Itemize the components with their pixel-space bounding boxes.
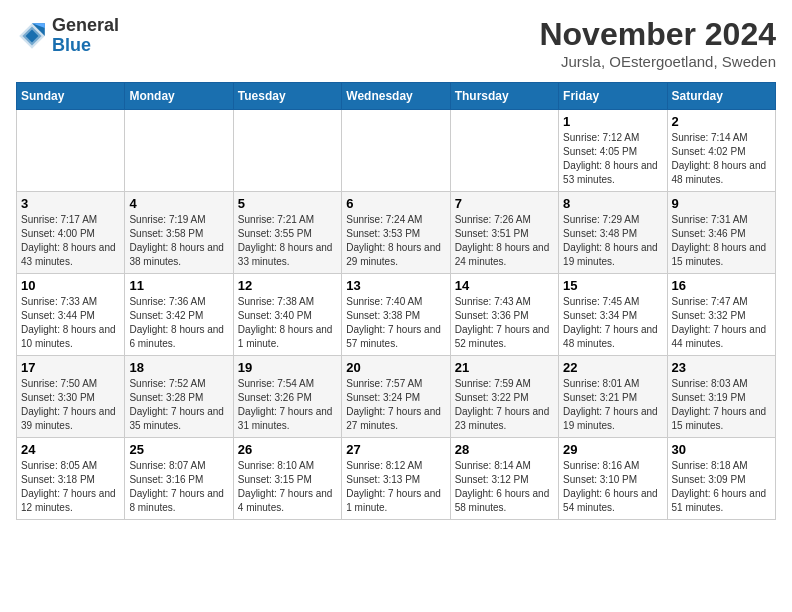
- day-info: Sunrise: 8:12 AM Sunset: 3:13 PM Dayligh…: [346, 459, 445, 515]
- day-number: 24: [21, 442, 120, 457]
- page-header: General Blue November 2024 Jursla, OEste…: [16, 16, 776, 70]
- day-number: 9: [672, 196, 771, 211]
- weekday-header-sunday: Sunday: [17, 83, 125, 110]
- day-number: 8: [563, 196, 662, 211]
- day-number: 4: [129, 196, 228, 211]
- day-info: Sunrise: 8:07 AM Sunset: 3:16 PM Dayligh…: [129, 459, 228, 515]
- day-info: Sunrise: 8:18 AM Sunset: 3:09 PM Dayligh…: [672, 459, 771, 515]
- calendar-cell: 3Sunrise: 7:17 AM Sunset: 4:00 PM Daylig…: [17, 192, 125, 274]
- calendar-cell: 8Sunrise: 7:29 AM Sunset: 3:48 PM Daylig…: [559, 192, 667, 274]
- day-info: Sunrise: 7:29 AM Sunset: 3:48 PM Dayligh…: [563, 213, 662, 269]
- day-info: Sunrise: 7:57 AM Sunset: 3:24 PM Dayligh…: [346, 377, 445, 433]
- day-info: Sunrise: 7:33 AM Sunset: 3:44 PM Dayligh…: [21, 295, 120, 351]
- day-info: Sunrise: 7:14 AM Sunset: 4:02 PM Dayligh…: [672, 131, 771, 187]
- day-number: 12: [238, 278, 337, 293]
- day-number: 2: [672, 114, 771, 129]
- day-number: 23: [672, 360, 771, 375]
- day-info: Sunrise: 7:24 AM Sunset: 3:53 PM Dayligh…: [346, 213, 445, 269]
- logo-text: General Blue: [52, 16, 119, 56]
- calendar-table: SundayMondayTuesdayWednesdayThursdayFrid…: [16, 82, 776, 520]
- day-number: 26: [238, 442, 337, 457]
- day-number: 11: [129, 278, 228, 293]
- day-info: Sunrise: 7:31 AM Sunset: 3:46 PM Dayligh…: [672, 213, 771, 269]
- day-number: 6: [346, 196, 445, 211]
- day-info: Sunrise: 8:14 AM Sunset: 3:12 PM Dayligh…: [455, 459, 554, 515]
- logo-blue-text: Blue: [52, 35, 91, 55]
- day-info: Sunrise: 7:45 AM Sunset: 3:34 PM Dayligh…: [563, 295, 662, 351]
- calendar-cell: 1Sunrise: 7:12 AM Sunset: 4:05 PM Daylig…: [559, 110, 667, 192]
- calendar-cell: 15Sunrise: 7:45 AM Sunset: 3:34 PM Dayli…: [559, 274, 667, 356]
- day-number: 5: [238, 196, 337, 211]
- calendar-cell: [17, 110, 125, 192]
- day-number: 25: [129, 442, 228, 457]
- day-number: 14: [455, 278, 554, 293]
- day-number: 16: [672, 278, 771, 293]
- logo: General Blue: [16, 16, 119, 56]
- day-number: 17: [21, 360, 120, 375]
- month-title: November 2024: [539, 16, 776, 53]
- day-info: Sunrise: 8:16 AM Sunset: 3:10 PM Dayligh…: [563, 459, 662, 515]
- calendar-cell: 12Sunrise: 7:38 AM Sunset: 3:40 PM Dayli…: [233, 274, 341, 356]
- calendar-cell: 9Sunrise: 7:31 AM Sunset: 3:46 PM Daylig…: [667, 192, 775, 274]
- calendar-week-row: 17Sunrise: 7:50 AM Sunset: 3:30 PM Dayli…: [17, 356, 776, 438]
- day-info: Sunrise: 8:05 AM Sunset: 3:18 PM Dayligh…: [21, 459, 120, 515]
- calendar-week-row: 3Sunrise: 7:17 AM Sunset: 4:00 PM Daylig…: [17, 192, 776, 274]
- calendar-cell: 25Sunrise: 8:07 AM Sunset: 3:16 PM Dayli…: [125, 438, 233, 520]
- day-number: 21: [455, 360, 554, 375]
- calendar-cell: 4Sunrise: 7:19 AM Sunset: 3:58 PM Daylig…: [125, 192, 233, 274]
- day-info: Sunrise: 7:59 AM Sunset: 3:22 PM Dayligh…: [455, 377, 554, 433]
- calendar-cell: 30Sunrise: 8:18 AM Sunset: 3:09 PM Dayli…: [667, 438, 775, 520]
- day-info: Sunrise: 7:43 AM Sunset: 3:36 PM Dayligh…: [455, 295, 554, 351]
- day-info: Sunrise: 8:03 AM Sunset: 3:19 PM Dayligh…: [672, 377, 771, 433]
- calendar-cell: 29Sunrise: 8:16 AM Sunset: 3:10 PM Dayli…: [559, 438, 667, 520]
- weekday-header-monday: Monday: [125, 83, 233, 110]
- weekday-header-friday: Friday: [559, 83, 667, 110]
- calendar-cell: 13Sunrise: 7:40 AM Sunset: 3:38 PM Dayli…: [342, 274, 450, 356]
- calendar-cell: 24Sunrise: 8:05 AM Sunset: 3:18 PM Dayli…: [17, 438, 125, 520]
- day-info: Sunrise: 7:54 AM Sunset: 3:26 PM Dayligh…: [238, 377, 337, 433]
- day-info: Sunrise: 7:26 AM Sunset: 3:51 PM Dayligh…: [455, 213, 554, 269]
- calendar-cell: 27Sunrise: 8:12 AM Sunset: 3:13 PM Dayli…: [342, 438, 450, 520]
- weekday-header-row: SundayMondayTuesdayWednesdayThursdayFrid…: [17, 83, 776, 110]
- calendar-cell: 18Sunrise: 7:52 AM Sunset: 3:28 PM Dayli…: [125, 356, 233, 438]
- calendar-cell: 19Sunrise: 7:54 AM Sunset: 3:26 PM Dayli…: [233, 356, 341, 438]
- day-number: 19: [238, 360, 337, 375]
- day-number: 1: [563, 114, 662, 129]
- weekday-header-tuesday: Tuesday: [233, 83, 341, 110]
- day-number: 13: [346, 278, 445, 293]
- day-info: Sunrise: 7:12 AM Sunset: 4:05 PM Dayligh…: [563, 131, 662, 187]
- calendar-week-row: 10Sunrise: 7:33 AM Sunset: 3:44 PM Dayli…: [17, 274, 776, 356]
- day-number: 10: [21, 278, 120, 293]
- day-number: 27: [346, 442, 445, 457]
- day-number: 22: [563, 360, 662, 375]
- day-info: Sunrise: 8:01 AM Sunset: 3:21 PM Dayligh…: [563, 377, 662, 433]
- day-info: Sunrise: 7:47 AM Sunset: 3:32 PM Dayligh…: [672, 295, 771, 351]
- calendar-cell: [125, 110, 233, 192]
- calendar-cell: [450, 110, 558, 192]
- weekday-header-wednesday: Wednesday: [342, 83, 450, 110]
- calendar-cell: 20Sunrise: 7:57 AM Sunset: 3:24 PM Dayli…: [342, 356, 450, 438]
- day-number: 15: [563, 278, 662, 293]
- calendar-cell: 23Sunrise: 8:03 AM Sunset: 3:19 PM Dayli…: [667, 356, 775, 438]
- calendar-cell: 11Sunrise: 7:36 AM Sunset: 3:42 PM Dayli…: [125, 274, 233, 356]
- calendar-week-row: 24Sunrise: 8:05 AM Sunset: 3:18 PM Dayli…: [17, 438, 776, 520]
- calendar-cell: 22Sunrise: 8:01 AM Sunset: 3:21 PM Dayli…: [559, 356, 667, 438]
- calendar-cell: 7Sunrise: 7:26 AM Sunset: 3:51 PM Daylig…: [450, 192, 558, 274]
- day-info: Sunrise: 7:40 AM Sunset: 3:38 PM Dayligh…: [346, 295, 445, 351]
- day-info: Sunrise: 7:17 AM Sunset: 4:00 PM Dayligh…: [21, 213, 120, 269]
- day-number: 7: [455, 196, 554, 211]
- day-number: 29: [563, 442, 662, 457]
- calendar-cell: 10Sunrise: 7:33 AM Sunset: 3:44 PM Dayli…: [17, 274, 125, 356]
- calendar-cell: 6Sunrise: 7:24 AM Sunset: 3:53 PM Daylig…: [342, 192, 450, 274]
- day-info: Sunrise: 8:10 AM Sunset: 3:15 PM Dayligh…: [238, 459, 337, 515]
- day-number: 3: [21, 196, 120, 211]
- calendar-cell: [233, 110, 341, 192]
- calendar-cell: 5Sunrise: 7:21 AM Sunset: 3:55 PM Daylig…: [233, 192, 341, 274]
- location-title: Jursla, OEstergoetland, Sweden: [539, 53, 776, 70]
- day-number: 30: [672, 442, 771, 457]
- day-number: 20: [346, 360, 445, 375]
- calendar-cell: 26Sunrise: 8:10 AM Sunset: 3:15 PM Dayli…: [233, 438, 341, 520]
- logo-icon: [16, 20, 48, 52]
- day-info: Sunrise: 7:50 AM Sunset: 3:30 PM Dayligh…: [21, 377, 120, 433]
- calendar-cell: [342, 110, 450, 192]
